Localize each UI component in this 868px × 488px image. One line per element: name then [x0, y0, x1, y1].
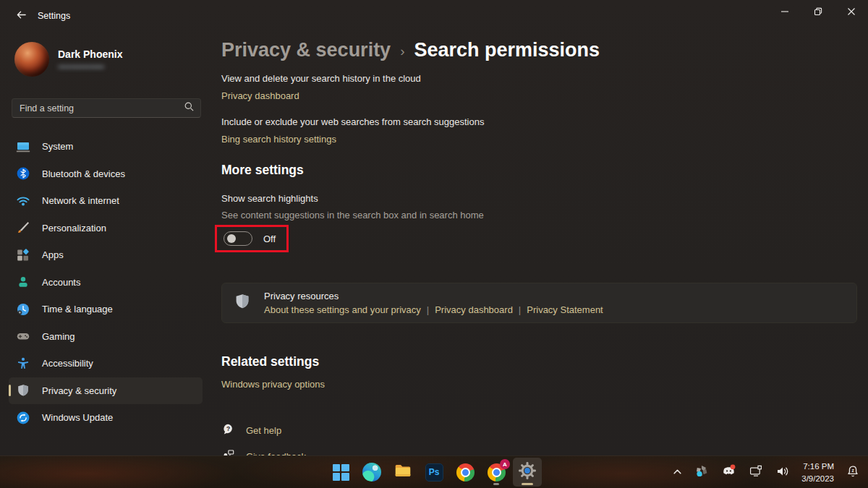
user-profile[interactable]: Dark Phoenix ••••••••••••••••••••• — [14, 42, 122, 77]
speaker-icon — [775, 464, 790, 481]
settings-taskbar-button[interactable] — [513, 458, 542, 487]
edge-button[interactable] — [357, 458, 386, 487]
windows-privacy-options-link[interactable]: Windows privacy options — [221, 379, 325, 390]
clock-icon — [16, 302, 30, 317]
sidebar-item-windows-update[interactable]: Windows Update — [9, 404, 203, 432]
more-settings-heading: More settings — [221, 163, 857, 178]
system-icon — [16, 140, 30, 154]
tray-app-button[interactable] — [691, 461, 712, 485]
get-help-link[interactable]: ? Get help — [221, 422, 281, 439]
update-icon — [16, 411, 30, 425]
related-settings-heading: Related settings — [221, 354, 857, 369]
back-arrow-icon — [16, 9, 27, 23]
privacy-resources-links: About these settings and your privacy | … — [264, 304, 603, 315]
taskbar-clock[interactable]: 7:16 PM 3/9/2023 — [799, 461, 837, 484]
bing-history-link[interactable]: Bing search history settings — [221, 134, 336, 145]
search-highlights-toggle[interactable] — [224, 231, 252, 246]
settings-window: Settings Dark Phoenix ••••••••••••••••••… — [0, 0, 868, 455]
tray-overflow-button[interactable] — [669, 461, 686, 485]
privacy-resources-title: Privacy resources — [264, 291, 603, 301]
running-indicator — [493, 483, 499, 485]
sidebar-item-label: Time & language — [42, 304, 113, 314]
bluetooth-icon — [16, 166, 30, 181]
gear-icon — [518, 461, 537, 483]
taskbar: Ps A — [0, 455, 868, 488]
avatar — [14, 42, 49, 77]
minimize-icon — [780, 6, 789, 19]
sidebar-item-system[interactable]: System — [9, 133, 203, 160]
active-indicator — [522, 483, 533, 485]
privacy-dashboard-link[interactable]: Privacy dashboard — [221, 90, 299, 101]
start-button[interactable] — [326, 458, 355, 487]
window-controls — [768, 0, 868, 25]
sidebar-item-label: Network & internet — [42, 195, 119, 206]
breadcrumb: Privacy & security › Search permissions — [221, 39, 857, 61]
sidebar-nav: System Bluetooth & devices Network & int… — [0, 133, 211, 432]
notification-center-button[interactable]: z — [842, 461, 864, 485]
chrome-profile-button[interactable]: A — [482, 458, 511, 487]
discord-icon — [721, 463, 736, 481]
back-button[interactable] — [9, 6, 33, 26]
chevron-up-icon — [673, 466, 682, 479]
main-content: Privacy & security › Search permissions … — [221, 32, 868, 455]
photoshop-button[interactable]: Ps — [420, 458, 448, 487]
pinwheel-app-icon — [694, 464, 709, 481]
minimize-button[interactable] — [768, 0, 801, 25]
sidebar-item-label: System — [42, 141, 73, 152]
search-highlights-title: Show search highlights — [221, 193, 857, 204]
file-explorer-button[interactable] — [388, 458, 417, 487]
windows-start-icon — [333, 464, 349, 481]
privacy-statement-link[interactable]: Privacy Statement — [527, 304, 603, 315]
user-name: Dark Phoenix — [58, 48, 122, 60]
sidebar-item-accounts[interactable]: Accounts — [9, 269, 203, 296]
about-settings-link[interactable]: About these settings and your privacy — [264, 304, 421, 315]
search-input[interactable] — [20, 103, 184, 114]
sidebar: Dark Phoenix ••••••••••••••••••••• Syste… — [0, 32, 211, 455]
network-tray-button[interactable] — [745, 461, 767, 485]
bell-dnd-icon: z — [846, 464, 860, 481]
volume-tray-button[interactable] — [772, 461, 793, 485]
get-help-label: Get help — [246, 425, 281, 436]
sidebar-item-apps[interactable]: Apps — [9, 241, 203, 269]
sidebar-item-label: Apps — [42, 249, 64, 260]
link-separator: | — [421, 304, 435, 315]
breadcrumb-parent[interactable]: Privacy & security — [221, 39, 391, 61]
sidebar-item-label: Accounts — [42, 277, 80, 288]
sidebar-item-label: Privacy & security — [42, 385, 116, 396]
privacy-resources-card: Privacy resources About these settings a… — [221, 283, 857, 323]
shield-icon — [16, 383, 30, 398]
sidebar-item-time-language[interactable]: Time & language — [9, 296, 203, 323]
window-title: Settings — [38, 11, 70, 21]
red-annotation-box: Off — [215, 225, 289, 252]
titlebar: Settings — [0, 0, 868, 32]
sidebar-item-bluetooth[interactable]: Bluetooth & devices — [9, 160, 203, 188]
clock-date: 3/9/2023 — [801, 473, 834, 484]
help-bubble-icon: ? — [221, 422, 235, 439]
chrome-button[interactable] — [451, 458, 480, 487]
toggle-state-label: Off — [263, 234, 276, 244]
restore-button[interactable] — [801, 0, 835, 25]
sidebar-item-personalization[interactable]: Personalization — [9, 215, 203, 242]
apps-icon — [16, 248, 30, 262]
sidebar-item-privacy-security[interactable]: Privacy & security — [9, 377, 203, 405]
accessibility-icon — [16, 356, 30, 371]
chrome-profile-badge: A — [500, 459, 510, 469]
sidebar-item-network[interactable]: Network & internet — [9, 187, 203, 215]
sidebar-item-gaming[interactable]: Gaming — [9, 323, 203, 351]
privacy-dashboard-link-2[interactable]: Privacy dashboard — [435, 304, 513, 315]
close-button[interactable] — [835, 0, 868, 25]
sidebar-item-accessibility[interactable]: Accessibility — [9, 350, 203, 377]
svg-text:?: ? — [226, 425, 230, 432]
folder-icon — [393, 461, 412, 483]
sidebar-item-label: Personalization — [42, 223, 106, 234]
sidebar-item-label: Bluetooth & devices — [42, 168, 125, 179]
user-email-blurred: ••••••••••••••••••••• — [58, 62, 122, 71]
search-highlights-description: See content suggestions in the search bo… — [221, 210, 857, 221]
close-icon — [847, 6, 856, 19]
chrome-icon — [456, 463, 475, 481]
edge-icon — [362, 463, 381, 481]
page-title: Search permissions — [414, 39, 600, 61]
search-box[interactable] — [12, 98, 201, 118]
discord-tray-button[interactable] — [718, 461, 740, 485]
shield-large-icon — [234, 293, 251, 313]
